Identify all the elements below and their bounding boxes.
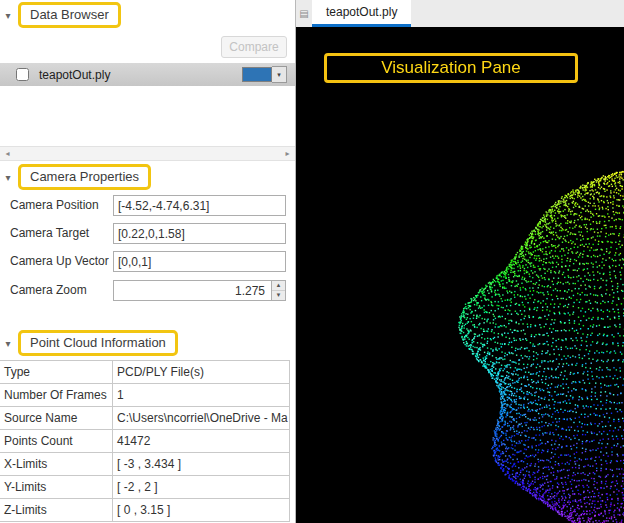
row-value: [ -3 , 3.434 ] [113, 453, 290, 475]
color-swatch-control[interactable]: ▾ [242, 66, 287, 83]
visualization-pane-annotation: Visualization Pane [324, 53, 578, 83]
document-tab-bar: ▤ teapotOut.ply [296, 0, 624, 27]
camera-up-vector-row: Camera Up Vector [0, 251, 295, 273]
camera-properties-title: Camera Properties [18, 164, 151, 190]
point-cloud-render[interactable] [296, 27, 624, 523]
camera-position-row: Camera Position [0, 195, 295, 217]
table-row: X-Limits[ -3 , 3.434 ] [0, 453, 290, 476]
table-row: Z-Limits[ 0 , 3.15 ] [0, 499, 290, 522]
file-name-label: teapotOut.ply [39, 68, 242, 82]
table-row: Points Count41472 [0, 430, 290, 453]
row-label: Source Name [0, 407, 113, 429]
row-label: Type [0, 361, 113, 383]
camera-position-input[interactable] [113, 195, 286, 216]
camera-target-row: Camera Target [0, 223, 295, 245]
camera-position-label: Camera Position [10, 198, 99, 212]
row-value: [ -2 , 2 ] [113, 476, 290, 498]
swatch-dropdown-arrow-icon[interactable]: ▾ [272, 66, 287, 83]
collapse-arrow-icon[interactable]: ▾ [2, 10, 14, 21]
row-value: [ 0 , 3.15 ] [113, 499, 290, 521]
row-label: Y-Limits [0, 476, 113, 498]
camera-up-vector-input[interactable] [113, 251, 286, 272]
collapse-arrow-icon[interactable]: ▾ [2, 172, 14, 183]
compare-button[interactable]: Compare [221, 36, 287, 58]
visualization-pane[interactable]: Visualization Pane [296, 27, 624, 523]
scroll-right-icon[interactable]: ▸ [280, 149, 295, 158]
row-label: Number Of Frames [0, 384, 113, 406]
row-label: Points Count [0, 430, 113, 452]
horizontal-scrollbar[interactable]: ◂ ▸ [0, 146, 295, 161]
data-browser-panel: ▾ Data Browser Compare teapotOut.ply ▾ ◂… [0, 0, 295, 523]
row-value: 41472 [113, 430, 290, 452]
row-value: 1 [113, 384, 290, 406]
camera-target-input[interactable] [113, 223, 286, 244]
visualization-pane-label: Visualization Pane [381, 58, 521, 78]
point-cloud-information-header: ▾ Point Cloud Information [2, 330, 178, 356]
camera-zoom-row: Camera Zoom ▲ ▼ [0, 280, 295, 302]
camera-up-vector-label: Camera Up Vector [10, 254, 109, 268]
camera-zoom-label: Camera Zoom [10, 283, 87, 297]
tab-label: teapotOut.ply [326, 5, 397, 19]
camera-zoom-input[interactable] [113, 280, 286, 301]
visualization-panel: ▤ teapotOut.ply Visualization Pane [295, 0, 624, 523]
spinner-down-icon[interactable]: ▼ [272, 291, 285, 300]
documents-icon[interactable]: ▤ [296, 0, 312, 27]
table-row: TypePCD/PLY File(s) [0, 361, 290, 384]
file-list-item[interactable]: teapotOut.ply ▾ [0, 63, 295, 86]
data-browser-title: Data Browser [18, 2, 121, 28]
row-value: PCD/PLY File(s) [113, 361, 290, 383]
point-cloud-information-title: Point Cloud Information [18, 330, 178, 356]
row-label: X-Limits [0, 453, 113, 475]
table-row: Number Of Frames1 [0, 384, 290, 407]
table-row: Source NameC:\Users\ncorriel\OneDrive - … [0, 407, 290, 430]
point-cloud-info-table: TypePCD/PLY File(s) Number Of Frames1 So… [0, 360, 290, 522]
row-value: C:\Users\ncorriel\OneDrive - Ma [113, 407, 290, 429]
file-checkbox[interactable] [16, 68, 29, 81]
scroll-left-icon[interactable]: ◂ [0, 149, 15, 158]
color-swatch[interactable] [242, 67, 272, 82]
collapse-arrow-icon[interactable]: ▾ [2, 338, 14, 349]
spinner-up-icon[interactable]: ▲ [272, 281, 285, 291]
point-cloud-viewer-app: ▾ Data Browser Compare teapotOut.ply ▾ ◂… [0, 0, 624, 523]
table-row: Y-Limits[ -2 , 2 ] [0, 476, 290, 499]
data-browser-header: ▾ Data Browser [2, 2, 121, 28]
tab-teapotout-ply[interactable]: teapotOut.ply [312, 0, 411, 27]
row-label: Z-Limits [0, 499, 113, 521]
camera-properties-header: ▾ Camera Properties [2, 164, 151, 190]
camera-zoom-spinner[interactable]: ▲ ▼ [271, 281, 285, 300]
camera-target-label: Camera Target [10, 226, 89, 240]
